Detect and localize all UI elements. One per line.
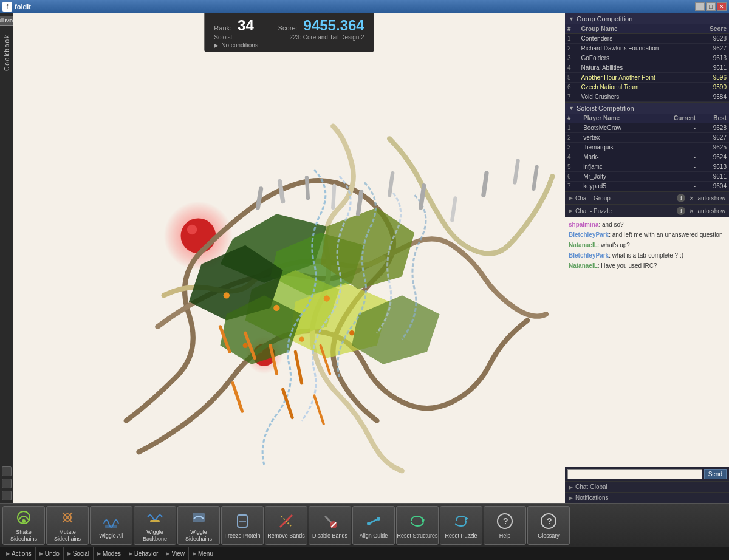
chat-group-info-icon[interactable]: ℹ (677, 194, 685, 202)
soloist-best: 9624 (698, 152, 729, 162)
chat-global-row[interactable]: ▶ Chat Global (565, 481, 729, 492)
left-icon-2[interactable] (2, 479, 12, 488)
chat-sender: BletchleyPark (569, 252, 609, 259)
svg-line-21 (314, 395, 323, 423)
left-icon-1[interactable] (2, 466, 12, 476)
minimize-button[interactable]: — (695, 2, 705, 11)
chat-global-label: Chat Global (575, 483, 608, 490)
svg-line-20 (283, 389, 292, 417)
no-conditions: ▶ No conditions (214, 42, 364, 49)
undo-label: Undo (45, 550, 60, 557)
score-left: Rank: 34 Score: 9455.364 Soloist 223: Co… (214, 17, 364, 49)
soloist-competition-row[interactable]: 5 infjamc - 9613 (565, 162, 729, 172)
shake-sidechains-button[interactable]: Shake Sidechains (2, 506, 45, 545)
wiggle-sidechains-button[interactable]: Wiggle Sidechains (177, 506, 220, 545)
notifications-row[interactable]: ▶ Notifications (565, 492, 729, 503)
chat-group-arrow[interactable]: ▶ (569, 195, 573, 201)
group-competition-row[interactable]: 3 GoFolders 9613 (565, 53, 729, 63)
reset-puzzle-button[interactable]: Reset Puzzle (440, 506, 482, 545)
soloist-current: - (653, 172, 698, 182)
actions-arrow: ▶ (6, 551, 10, 556)
align-guide-button[interactable]: Align Guide (352, 506, 395, 545)
chat-text: : what's up? (598, 242, 630, 248)
col-group-name: Group Name (578, 24, 697, 34)
send-button[interactable]: Send (704, 469, 727, 479)
action-undo[interactable]: ▶ Undo (36, 547, 64, 560)
soloist-best: 9627 (698, 133, 729, 143)
mutate-sidechains-button[interactable]: Mutate Sidechains (46, 506, 89, 545)
notifications-left: ▶ Notifications (569, 494, 608, 501)
toolbar: Shake Sidechains Mutate Sidechains Wiggl… (0, 503, 729, 547)
close-button[interactable]: ✕ (717, 2, 727, 11)
group-rank: 4 (565, 63, 578, 73)
group-competition-row[interactable]: 4 Natural Abilities 9611 (565, 63, 729, 73)
action-modes[interactable]: ▶ Modes (94, 547, 125, 560)
svg-point-40 (22, 519, 26, 523)
titlebar-controls: — □ ✕ (695, 2, 727, 11)
group-competition-row[interactable]: 2 Richard Dawkins Foundation 9627 (565, 44, 729, 53)
soloist-competition-row[interactable]: 3 themarquis - 9625 (565, 143, 729, 152)
group-expand-icon[interactable]: ▼ (569, 16, 574, 22)
left-icons (2, 466, 12, 500)
glossary-button[interactable]: ? Glossary (527, 506, 570, 545)
soloist-name: infjamc (581, 162, 653, 172)
soloist-competition-row[interactable]: 1 BootsMcGraw - 9628 (565, 123, 729, 133)
action-bar: ▶ Actions ▶ Undo ▶ Social ▶ Modes ▶ Beha… (0, 547, 729, 560)
chat-puzzle-info-icon[interactable]: ℹ (677, 207, 685, 215)
soloist-competition-row[interactable]: 7 keypad5 - 9604 (565, 182, 729, 191)
rank-label: Rank: (214, 24, 231, 32)
chat-messages: shpalmina: and so?BletchleyPark: and lef… (565, 217, 729, 467)
svg-point-36 (243, 343, 248, 348)
group-competition-row[interactable]: 5 Another Hour Another Point 9596 (565, 73, 729, 83)
chat-group-auto-show[interactable]: auto show (697, 195, 725, 202)
soloist-expand-icon[interactable]: ▼ (569, 105, 574, 111)
chat-puzzle-close-icon[interactable]: ✕ (688, 207, 695, 214)
wiggle-bb-icon (145, 508, 165, 527)
col-group-score: Score (697, 24, 729, 34)
score-value: 9455.364 (304, 17, 364, 34)
chat-area: ▶ Chat - Group ℹ ✕ auto show ▶ Chat - Pu… (565, 191, 729, 503)
soloist-current: - (653, 152, 698, 162)
disable-bands-label: Disable Bands (312, 533, 347, 539)
action-behavior[interactable]: ▶ Behavior (125, 547, 162, 560)
maximize-button[interactable]: □ (706, 2, 716, 11)
chat-sender: NatanaelL (569, 242, 598, 248)
action-actions[interactable]: ▶ Actions (2, 547, 36, 560)
chat-group-close-icon[interactable]: ✕ (688, 194, 695, 202)
soloist-competition-row[interactable]: 4 Mark- - 9624 (565, 152, 729, 162)
chat-puzzle-auto-show[interactable]: auto show (697, 208, 725, 214)
svg-line-25 (333, 186, 334, 208)
group-rank: 1 (565, 34, 578, 44)
help-button[interactable]: ? Help (484, 506, 526, 545)
sol-col-hash: # (565, 114, 581, 123)
soloist-competition-row[interactable]: 6 Mr_Jolty - 9611 (565, 172, 729, 182)
group-competition-row[interactable]: 6 Czech National Team 9590 (565, 83, 729, 92)
soloist-name: vertex (581, 133, 653, 143)
mutate-icon (58, 508, 77, 527)
group-competition-row[interactable]: 1 Contenders 9628 (565, 34, 729, 44)
chat-input-field[interactable] (567, 469, 702, 479)
chat-puzzle-arrow[interactable]: ▶ (569, 208, 573, 214)
soloist-competition-row[interactable]: 2 vertex - 9627 (565, 133, 729, 143)
disable-bands-button[interactable]: Disable Bands (309, 506, 351, 545)
group-competition-row[interactable]: 7 Void Crushers 9584 (565, 92, 729, 102)
freeze-protein-button[interactable]: Freeze Protein (221, 506, 264, 545)
reset-struct-icon (408, 511, 427, 531)
action-menu[interactable]: ▶ Menu (189, 547, 217, 560)
left-icon-3[interactable] (2, 491, 12, 500)
wiggle-backbone-button[interactable]: Wiggle Backbone (134, 506, 176, 545)
soloist-current: - (653, 182, 698, 191)
wiggle-all-label: Wiggle All (99, 533, 123, 539)
group-score: 9627 (697, 44, 729, 53)
chat-puzzle-header: ▶ Chat - Puzzle ℹ ✕ auto show (565, 204, 729, 217)
wiggle-all-button[interactable]: Wiggle All (90, 506, 132, 545)
svg-line-23 (280, 182, 283, 202)
remove-bands-button[interactable]: Remove Bands (265, 506, 307, 545)
group-name: Contenders (578, 34, 697, 44)
reset-structures-button[interactable]: Reset Structures (396, 506, 439, 545)
action-social[interactable]: ▶ Social (64, 547, 94, 560)
action-view[interactable]: ▶ View (162, 547, 189, 560)
viewport[interactable]: Rank: 34 Score: 9455.364 Soloist 223: Co… (13, 13, 565, 503)
cookbook-tab[interactable]: Cookbook (4, 34, 10, 71)
soloist-name: keypad5 (581, 182, 653, 191)
